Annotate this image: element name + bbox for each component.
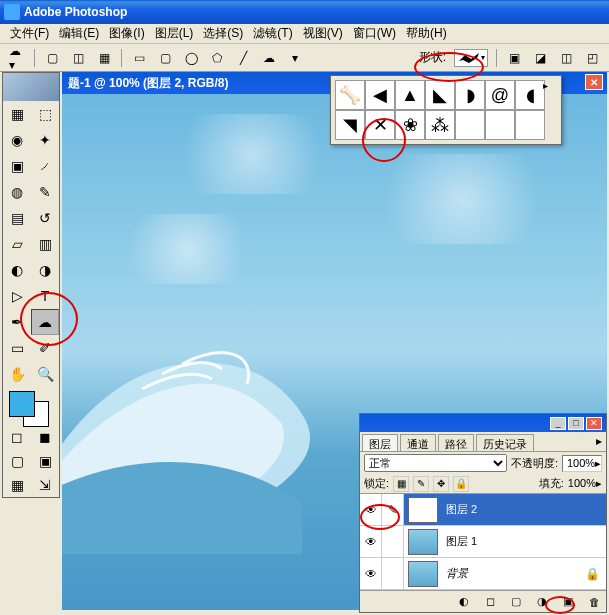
- layer-style-icon[interactable]: ◐: [456, 594, 472, 610]
- combine-add-icon[interactable]: ▣: [505, 49, 523, 67]
- layers-panel-titlebar[interactable]: _ □ ✕: [360, 414, 606, 432]
- shape-rabbit2[interactable]: ◖: [515, 80, 545, 110]
- tab-channels[interactable]: 通道: [400, 434, 436, 451]
- tab-layers[interactable]: 图层: [362, 434, 398, 451]
- stamp-tool[interactable]: ▤: [3, 205, 31, 231]
- menu-image[interactable]: 图像(I): [105, 23, 148, 44]
- color-swatch[interactable]: [3, 387, 59, 425]
- lock-position-icon[interactable]: ✥: [433, 476, 449, 492]
- jump-icon[interactable]: ⇲: [31, 473, 59, 497]
- menu-file[interactable]: 文件(F): [6, 23, 53, 44]
- tool-preset-icon[interactable]: ☁▾: [8, 49, 26, 67]
- menu-window[interactable]: 窗口(W): [349, 23, 400, 44]
- opacity-input[interactable]: 100%▸: [562, 455, 602, 472]
- wand-tool[interactable]: ✦: [31, 127, 59, 153]
- shape-cat[interactable]: ▲: [395, 80, 425, 110]
- lock-all-icon[interactable]: 🔒: [453, 476, 469, 492]
- eyedrop-tool[interactable]: ✐: [31, 335, 59, 361]
- layer-name[interactable]: 背景: [442, 566, 585, 581]
- lasso-tool[interactable]: ◉: [3, 127, 31, 153]
- combine-subtract-icon[interactable]: ◪: [531, 49, 549, 67]
- layer-name[interactable]: 图层 1: [442, 534, 606, 549]
- layer-row[interactable]: 👁图层 1: [360, 526, 606, 558]
- panel-menu-icon[interactable]: ▸: [543, 80, 557, 94]
- rrect-icon[interactable]: ▢: [156, 49, 174, 67]
- close-icon[interactable]: ✕: [585, 74, 603, 90]
- delete-layer-icon[interactable]: 🗑: [586, 594, 602, 610]
- link-icon[interactable]: [382, 526, 404, 557]
- layer-thumbnail[interactable]: [408, 529, 438, 555]
- menu-edit[interactable]: 编辑(E): [55, 23, 103, 44]
- link-icon[interactable]: ✎: [382, 494, 404, 525]
- eraser-tool[interactable]: ▱: [3, 231, 31, 257]
- screen-standard-icon[interactable]: ▢: [3, 449, 31, 473]
- shape-dog[interactable]: ◣: [425, 80, 455, 110]
- shape-paw2[interactable]: ⁂: [425, 110, 455, 140]
- minimize-icon[interactable]: _: [550, 417, 566, 430]
- link-icon[interactable]: [382, 558, 404, 589]
- tab-paths[interactable]: 路径: [438, 434, 474, 451]
- marquee-tool[interactable]: ⬚: [31, 101, 59, 127]
- menu-filter[interactable]: 滤镜(T): [249, 23, 296, 44]
- fill-pixels-icon[interactable]: ▦: [95, 49, 113, 67]
- brush-tool[interactable]: ✎: [31, 179, 59, 205]
- shape-rabbit[interactable]: ◗: [455, 80, 485, 110]
- gradient-tool[interactable]: ▥: [31, 231, 59, 257]
- close-panel-icon[interactable]: ✕: [586, 417, 602, 430]
- geometry-opts-icon[interactable]: ▾: [286, 49, 304, 67]
- blur-tool[interactable]: ◐: [3, 257, 31, 283]
- blend-mode-select[interactable]: 正常: [364, 454, 507, 472]
- screen-full-menu-icon[interactable]: ▣: [31, 449, 59, 473]
- paths-icon[interactable]: ◫: [69, 49, 87, 67]
- tab-history[interactable]: 历史记录: [476, 434, 534, 451]
- shape-bone[interactable]: 🦴: [335, 80, 365, 110]
- new-set-icon[interactable]: ▢: [508, 594, 524, 610]
- menu-layer[interactable]: 图层(L): [151, 23, 198, 44]
- layer-name[interactable]: 图层 2: [442, 502, 606, 517]
- foreground-color[interactable]: [9, 391, 35, 417]
- shape-preview-dropdown[interactable]: ▾: [454, 49, 488, 67]
- slice-tool[interactable]: ⟋: [31, 153, 59, 179]
- path-tool[interactable]: ▷: [3, 283, 31, 309]
- shape-tool[interactable]: ☁: [31, 309, 59, 335]
- maximize-icon[interactable]: □: [568, 417, 584, 430]
- visibility-icon[interactable]: 👁: [360, 526, 382, 557]
- dodge-tool[interactable]: ◑: [31, 257, 59, 283]
- type-tool[interactable]: T: [31, 283, 59, 309]
- polygon-icon[interactable]: ⬠: [208, 49, 226, 67]
- layer-thumbnail[interactable]: [408, 497, 438, 523]
- hand-tool[interactable]: ✋: [3, 361, 31, 387]
- rect-icon[interactable]: ▭: [130, 49, 148, 67]
- line-icon[interactable]: ╱: [234, 49, 252, 67]
- shape-paw[interactable]: ❀: [395, 110, 425, 140]
- lock-transparency-icon[interactable]: ▦: [393, 476, 409, 492]
- menu-select[interactable]: 选择(S): [199, 23, 247, 44]
- pen-tool[interactable]: ✒: [3, 309, 31, 335]
- combine-intersect-icon[interactable]: ◫: [557, 49, 575, 67]
- shape-layers-icon[interactable]: ▢: [43, 49, 61, 67]
- shape-snail[interactable]: @: [485, 80, 515, 110]
- new-layer-icon[interactable]: ▣: [560, 594, 576, 610]
- shape-butterfly[interactable]: ✕: [365, 110, 395, 140]
- history-tool[interactable]: ↺: [31, 205, 59, 231]
- combine-exclude-icon[interactable]: ◰: [583, 49, 601, 67]
- visibility-icon[interactable]: 👁: [360, 558, 382, 589]
- quick-mask-off-icon[interactable]: ◻: [3, 425, 31, 449]
- quick-mask-on-icon[interactable]: ◼: [31, 425, 59, 449]
- notes-tool[interactable]: ▭: [3, 335, 31, 361]
- adjustment-layer-icon[interactable]: ◑: [534, 594, 550, 610]
- heal-tool[interactable]: ◍: [3, 179, 31, 205]
- move-tool[interactable]: ▦: [3, 101, 31, 127]
- visibility-icon[interactable]: 👁: [360, 494, 382, 525]
- custom-shape-icon[interactable]: ☁: [260, 49, 278, 67]
- panel-flyout-icon[interactable]: ▸: [592, 432, 606, 451]
- shape-fish[interactable]: ◀: [365, 80, 395, 110]
- shape-crow[interactable]: ◥: [335, 110, 365, 140]
- fill-input[interactable]: 100%▸: [568, 477, 602, 490]
- crop-tool[interactable]: ▣: [3, 153, 31, 179]
- layer-thumbnail[interactable]: [408, 561, 438, 587]
- zoom-tool[interactable]: 🔍: [31, 361, 59, 387]
- layer-row[interactable]: 👁✎图层 2: [360, 494, 606, 526]
- menu-view[interactable]: 视图(V): [299, 23, 347, 44]
- layer-mask-icon[interactable]: ◻: [482, 594, 498, 610]
